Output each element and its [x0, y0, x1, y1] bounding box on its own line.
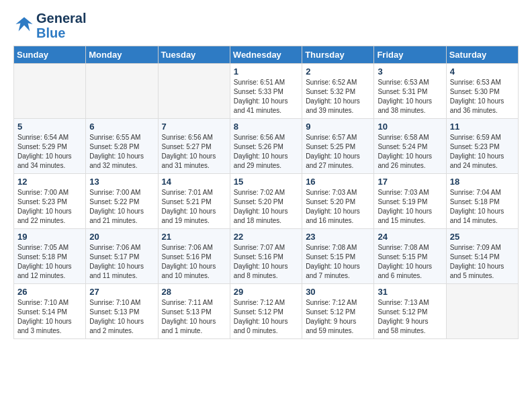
calendar-header-row: SundayMondayTuesdayWednesdayThursdayFrid…: [14, 46, 519, 64]
logo: General Blue: [13, 11, 86, 40]
day-info: Sunrise: 6:58 AM Sunset: 5:24 PM Dayligh…: [378, 133, 442, 171]
calendar-cell: 31Sunrise: 7:13 AM Sunset: 5:12 PM Dayli…: [374, 284, 446, 339]
calendar-week-row: 12Sunrise: 7:00 AM Sunset: 5:23 PM Dayli…: [14, 174, 519, 229]
day-number: 23: [306, 232, 370, 242]
day-info: Sunrise: 7:10 AM Sunset: 5:14 PM Dayligh…: [17, 298, 82, 336]
day-number: 8: [234, 122, 298, 132]
calendar-cell: 21Sunrise: 7:06 AM Sunset: 5:16 PM Dayli…: [158, 229, 230, 284]
day-info: Sunrise: 6:57 AM Sunset: 5:25 PM Dayligh…: [306, 133, 370, 171]
day-header-tuesday: Tuesday: [158, 46, 230, 64]
day-info: Sunrise: 7:08 AM Sunset: 5:15 PM Dayligh…: [378, 243, 442, 281]
calendar-cell: 15Sunrise: 7:02 AM Sunset: 5:20 PM Dayli…: [230, 174, 302, 229]
calendar-cell: 6Sunrise: 6:55 AM Sunset: 5:28 PM Daylig…: [86, 119, 158, 174]
day-info: Sunrise: 7:06 AM Sunset: 5:16 PM Dayligh…: [162, 243, 226, 281]
day-number: 26: [17, 287, 82, 297]
day-info: Sunrise: 6:56 AM Sunset: 5:27 PM Dayligh…: [162, 133, 226, 171]
calendar-cell: 5Sunrise: 6:54 AM Sunset: 5:29 PM Daylig…: [14, 119, 86, 174]
day-number: 12: [17, 177, 82, 187]
calendar-cell: 9Sunrise: 6:57 AM Sunset: 5:25 PM Daylig…: [302, 119, 374, 174]
calendar-cell: 4Sunrise: 6:53 AM Sunset: 5:30 PM Daylig…: [446, 64, 518, 119]
calendar-week-row: 26Sunrise: 7:10 AM Sunset: 5:14 PM Dayli…: [14, 284, 519, 339]
day-number: 2: [306, 66, 370, 77]
day-info: Sunrise: 6:59 AM Sunset: 5:23 PM Dayligh…: [450, 133, 515, 171]
day-info: Sunrise: 6:54 AM Sunset: 5:29 PM Dayligh…: [17, 133, 82, 171]
day-number: 30: [306, 287, 370, 297]
day-header-monday: Monday: [86, 46, 158, 64]
calendar-cell: [86, 64, 158, 119]
day-info: Sunrise: 7:07 AM Sunset: 5:16 PM Dayligh…: [234, 243, 298, 281]
day-info: Sunrise: 7:13 AM Sunset: 5:12 PM Dayligh…: [378, 298, 442, 336]
calendar-cell: 3Sunrise: 6:53 AM Sunset: 5:31 PM Daylig…: [374, 64, 446, 119]
day-number: 29: [234, 287, 298, 297]
calendar-cell: 20Sunrise: 7:06 AM Sunset: 5:17 PM Dayli…: [86, 229, 158, 284]
calendar-table: SundayMondayTuesdayWednesdayThursdayFrid…: [13, 46, 519, 339]
logo-text-blue: Blue: [36, 26, 86, 40]
day-info: Sunrise: 7:12 AM Sunset: 5:12 PM Dayligh…: [234, 298, 298, 336]
day-number: 4: [450, 66, 515, 77]
calendar-cell: 1Sunrise: 6:51 AM Sunset: 5:33 PM Daylig…: [230, 64, 302, 119]
day-info: Sunrise: 7:11 AM Sunset: 5:13 PM Dayligh…: [162, 298, 226, 336]
day-number: 28: [162, 287, 226, 297]
calendar-cell: 25Sunrise: 7:09 AM Sunset: 5:14 PM Dayli…: [446, 229, 518, 284]
day-info: Sunrise: 6:52 AM Sunset: 5:32 PM Dayligh…: [306, 78, 370, 116]
svg-marker-0: [15, 17, 32, 32]
calendar-cell: 24Sunrise: 7:08 AM Sunset: 5:15 PM Dayli…: [374, 229, 446, 284]
calendar-cell: 29Sunrise: 7:12 AM Sunset: 5:12 PM Dayli…: [230, 284, 302, 339]
calendar-cell: 13Sunrise: 7:00 AM Sunset: 5:22 PM Dayli…: [86, 174, 158, 229]
calendar-week-row: 1Sunrise: 6:51 AM Sunset: 5:33 PM Daylig…: [14, 64, 519, 119]
day-info: Sunrise: 6:53 AM Sunset: 5:30 PM Dayligh…: [450, 78, 515, 116]
day-info: Sunrise: 7:05 AM Sunset: 5:18 PM Dayligh…: [17, 243, 82, 281]
day-number: 24: [378, 232, 442, 242]
day-number: 19: [17, 232, 82, 242]
day-number: 25: [450, 232, 515, 242]
calendar-cell: 28Sunrise: 7:11 AM Sunset: 5:13 PM Dayli…: [158, 284, 230, 339]
day-info: Sunrise: 7:06 AM Sunset: 5:17 PM Dayligh…: [89, 243, 154, 281]
day-number: 6: [89, 122, 154, 132]
day-number: 10: [378, 122, 442, 132]
day-number: 21: [162, 232, 226, 242]
calendar-cell: 12Sunrise: 7:00 AM Sunset: 5:23 PM Dayli…: [14, 174, 86, 229]
calendar-cell: [446, 284, 518, 339]
calendar-cell: 18Sunrise: 7:04 AM Sunset: 5:18 PM Dayli…: [446, 174, 518, 229]
page-header: General Blue: [13, 11, 519, 40]
day-number: 15: [234, 177, 298, 187]
calendar-cell: 14Sunrise: 7:01 AM Sunset: 5:21 PM Dayli…: [158, 174, 230, 229]
day-number: 31: [378, 287, 442, 297]
calendar-cell: 30Sunrise: 7:12 AM Sunset: 5:12 PM Dayli…: [302, 284, 374, 339]
day-info: Sunrise: 7:04 AM Sunset: 5:18 PM Dayligh…: [450, 188, 515, 226]
calendar-cell: 17Sunrise: 7:03 AM Sunset: 5:19 PM Dayli…: [374, 174, 446, 229]
day-info: Sunrise: 6:56 AM Sunset: 5:26 PM Dayligh…: [234, 133, 298, 171]
calendar-cell: 16Sunrise: 7:03 AM Sunset: 5:20 PM Dayli…: [302, 174, 374, 229]
day-header-sunday: Sunday: [14, 46, 86, 64]
day-number: 13: [89, 177, 154, 187]
calendar-cell: 10Sunrise: 6:58 AM Sunset: 5:24 PM Dayli…: [374, 119, 446, 174]
day-number: 1: [234, 66, 298, 77]
day-header-friday: Friday: [374, 46, 446, 64]
day-info: Sunrise: 7:00 AM Sunset: 5:23 PM Dayligh…: [17, 188, 82, 226]
day-info: Sunrise: 7:00 AM Sunset: 5:22 PM Dayligh…: [89, 188, 154, 226]
day-header-saturday: Saturday: [446, 46, 518, 64]
calendar-cell: 23Sunrise: 7:08 AM Sunset: 5:15 PM Dayli…: [302, 229, 374, 284]
calendar-cell: 2Sunrise: 6:52 AM Sunset: 5:32 PM Daylig…: [302, 64, 374, 119]
day-number: 11: [450, 122, 515, 132]
day-info: Sunrise: 7:12 AM Sunset: 5:12 PM Dayligh…: [306, 298, 370, 336]
logo-icon: [15, 15, 34, 34]
day-info: Sunrise: 6:53 AM Sunset: 5:31 PM Dayligh…: [378, 78, 442, 116]
calendar-cell: 11Sunrise: 6:59 AM Sunset: 5:23 PM Dayli…: [446, 119, 518, 174]
calendar-cell: [14, 64, 86, 119]
day-header-thursday: Thursday: [302, 46, 374, 64]
day-number: 9: [306, 122, 370, 132]
calendar-body: 1Sunrise: 6:51 AM Sunset: 5:33 PM Daylig…: [14, 64, 519, 339]
day-number: 7: [162, 122, 226, 132]
calendar-cell: 27Sunrise: 7:10 AM Sunset: 5:13 PM Dayli…: [86, 284, 158, 339]
day-number: 3: [378, 66, 442, 77]
day-header-wednesday: Wednesday: [230, 46, 302, 64]
calendar-week-row: 5Sunrise: 6:54 AM Sunset: 5:29 PM Daylig…: [14, 119, 519, 174]
calendar-week-row: 19Sunrise: 7:05 AM Sunset: 5:18 PM Dayli…: [14, 229, 519, 284]
day-number: 22: [234, 232, 298, 242]
calendar-cell: [158, 64, 230, 119]
calendar-cell: 8Sunrise: 6:56 AM Sunset: 5:26 PM Daylig…: [230, 119, 302, 174]
day-info: Sunrise: 6:55 AM Sunset: 5:28 PM Dayligh…: [89, 133, 154, 171]
day-number: 18: [450, 177, 515, 187]
day-number: 16: [306, 177, 370, 187]
